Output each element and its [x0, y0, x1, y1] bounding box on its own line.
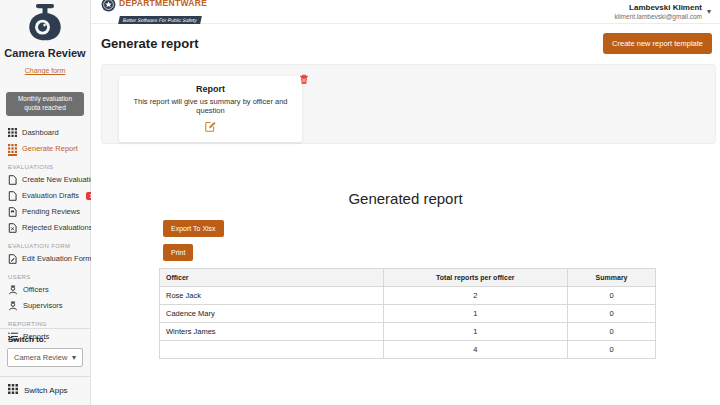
sidebar-item-label: Dashboard	[22, 128, 59, 137]
sidebar-item-create-new-evaluation[interactable]: Create New Evaluation	[0, 172, 90, 188]
sidebar-menu: Dashboard Generate Report EVALUATIONS Cr…	[0, 125, 90, 361]
sidebar-item-dashboard[interactable]: Dashboard	[0, 125, 90, 141]
summary-cell: 0	[568, 287, 656, 305]
user-name: Lambevski Kliment	[614, 3, 702, 13]
sidebar-section-reporting: REPORTING	[0, 314, 90, 329]
report-template-card[interactable]: Report This report will give us summary …	[119, 76, 302, 142]
generated-report-heading: Generated report	[91, 190, 720, 207]
print-button[interactable]: Print	[163, 244, 193, 261]
page-title: Generate report	[101, 36, 199, 51]
page-header: Generate report Create new report templa…	[91, 24, 720, 63]
sidebar-item-pending-reviews[interactable]: Pending Reviews	[0, 204, 90, 220]
sidebar-item-label: Pending Reviews	[22, 207, 80, 216]
sidebar-section-users: USERS	[0, 267, 90, 282]
sidebar-item-label: Officers	[23, 285, 49, 294]
change-form-link[interactable]: Change form	[25, 67, 65, 74]
main-area: DEPARTMENTWARE Better Software For Publi…	[91, 0, 720, 405]
app-logo-block: Camera Review Change form	[0, 0, 90, 77]
trash-icon[interactable]	[299, 71, 309, 89]
document-pencil-icon	[8, 254, 17, 264]
supervisor-person-icon	[8, 301, 18, 311]
report-actions: Export To Xlsx Print	[163, 220, 720, 261]
table-row: Cadence Mary 1 0	[160, 305, 656, 323]
sidebar-item-label: Create New Evaluation	[22, 175, 99, 184]
report-card-description: This report will give us summary by offi…	[125, 97, 296, 115]
column-header-summary: Summary	[568, 269, 656, 287]
camera-dome-icon	[25, 28, 65, 45]
sidebar-section-evaluation-form: EVALUATION FORM	[0, 236, 90, 251]
sidebar-bottom: Switch to: Camera Review ▾ Switch Apps	[0, 328, 90, 405]
total-reports-cell: 1	[383, 323, 568, 341]
sidebar-item-officers[interactable]: Officers	[0, 282, 90, 298]
chevron-down-icon: ▾	[707, 7, 711, 16]
chevron-down-icon: ▾	[72, 353, 76, 362]
table-total-row: 4 0	[160, 341, 656, 359]
officer-cell: Cadence Mary	[160, 305, 384, 323]
sidebar-item-edit-evaluation-form[interactable]: Edit Evaluation Form	[0, 251, 90, 267]
app-switch-select[interactable]: Camera Review ▾	[7, 348, 83, 367]
sidebar-item-supervisors[interactable]: Supervisors	[0, 298, 90, 314]
total-reports-cell: 4	[383, 341, 568, 359]
app-title: Camera Review	[0, 47, 90, 59]
report-templates-panel: Report This report will give us summary …	[101, 64, 716, 144]
user-menu[interactable]: Lambevski Kliment kliment.lambevski@gmai…	[614, 3, 711, 20]
document-x-icon	[8, 223, 17, 233]
sidebar-item-label: Generate Report	[22, 144, 78, 153]
grid-icon	[8, 144, 17, 153]
switch-apps-label: Switch Apps	[24, 386, 68, 395]
switch-to-label: Switch to:	[0, 329, 90, 348]
topbar: DEPARTMENTWARE Better Software For Publi…	[91, 0, 720, 24]
grid-icon	[8, 384, 18, 396]
summary-cell: 0	[568, 323, 656, 341]
export-xlsx-button[interactable]: Export To Xlsx	[163, 220, 224, 237]
table-row: Winters James 1 0	[160, 323, 656, 341]
grid-icon	[8, 128, 17, 137]
generated-report-table: Officer Total reports per officer Summar…	[159, 268, 656, 359]
report-card-title: Report	[125, 84, 296, 94]
officer-person-icon	[8, 285, 18, 295]
sidebar-item-label: Supervisors	[23, 301, 63, 310]
brand-name: DEPARTMENTWARE	[119, 0, 207, 8]
column-header-officer: Officer	[160, 269, 384, 287]
create-report-template-button[interactable]: Create new report template	[603, 33, 712, 54]
officer-cell: Winters James	[160, 323, 384, 341]
sidebar-item-label: Rejected Evaluations	[22, 223, 92, 232]
table-header-row: Officer Total reports per officer Summar…	[160, 269, 656, 287]
sidebar-section-evaluations: EVALUATIONS	[0, 157, 90, 172]
switch-apps-button[interactable]: Switch Apps	[0, 377, 90, 405]
document-icon	[8, 191, 17, 201]
document-flag-icon	[8, 207, 17, 217]
sidebar-item-evaluation-drafts[interactable]: Evaluation Drafts 1	[0, 188, 90, 204]
total-reports-cell: 2	[383, 287, 568, 305]
sidebar-item-generate-report[interactable]: Generate Report	[0, 141, 90, 157]
summary-cell: 0	[568, 341, 656, 359]
officer-cell: Rose Jack	[160, 287, 384, 305]
brand-logo[interactable]: DEPARTMENTWARE Better Software For Publi…	[101, 0, 207, 26]
brand-tagline: Better Software For Public Safety	[118, 16, 202, 24]
quota-notice-badge: Monthly evaluation quota reached	[6, 92, 84, 116]
app-switch-value: Camera Review	[14, 353, 67, 362]
sidebar-item-label: Edit Evaluation Form	[22, 254, 92, 263]
document-icon	[8, 175, 17, 185]
police-badge-icon	[101, 0, 116, 16]
sidebar: Camera Review Change form Monthly evalua…	[0, 0, 91, 405]
total-reports-cell: 1	[383, 305, 568, 323]
sidebar-item-rejected-evaluations[interactable]: Rejected Evaluations	[0, 220, 90, 236]
user-email: kliment.lambevski@gmail.com	[614, 13, 702, 20]
sidebar-item-label: Evaluation Drafts	[22, 191, 79, 200]
table-row: Rose Jack 2 0	[160, 287, 656, 305]
column-header-total-reports: Total reports per officer	[383, 269, 568, 287]
summary-cell: 0	[568, 305, 656, 323]
active-indicator	[8, 154, 17, 156]
edit-pencil-square-icon[interactable]	[205, 118, 216, 136]
officer-cell	[160, 341, 384, 359]
